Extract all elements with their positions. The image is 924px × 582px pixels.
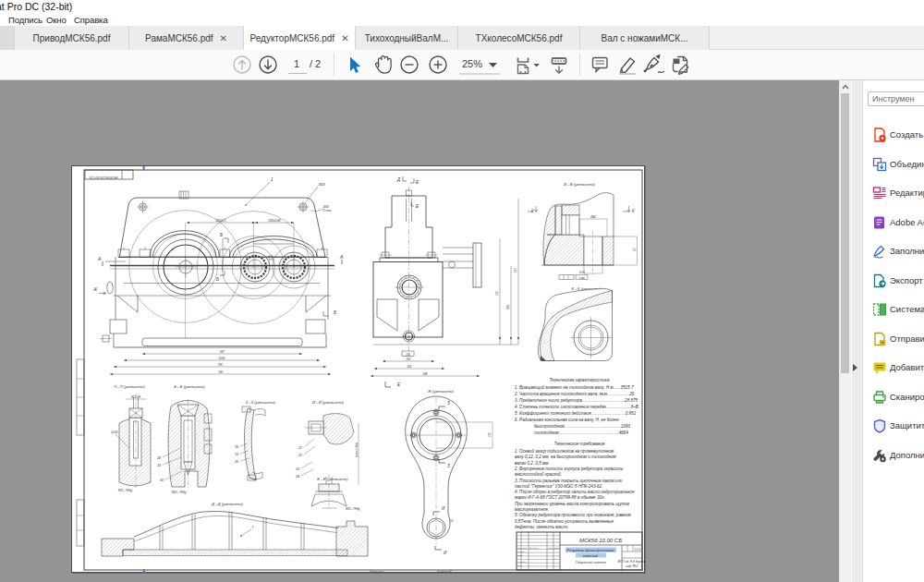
- svg-text:4. Степень точности изготовлен: 4. Степень точности изготовления передач…: [515, 405, 638, 409]
- svg-text:195: 195: [406, 353, 410, 357]
- svg-text:Разраб.: Разраб.: [517, 551, 525, 552]
- svg-text:А: А: [339, 254, 344, 260]
- svg-text:тихоходном....................: тихоходном..............................…: [534, 430, 628, 435]
- svg-text:И: И: [444, 551, 447, 555]
- svg-text:6. Радиальная консольная сила: 6. Радиальная консольная сила на валу, Н…: [515, 418, 620, 422]
- svg-text:З: З: [447, 401, 450, 406]
- svg-text:Ж (увеличено): Ж (увеличено): [427, 389, 455, 394]
- svg-text:1235: 1235: [218, 357, 225, 360]
- svg-text:Формат А1: Формат А1: [437, 570, 453, 574]
- svg-text:517: 517: [514, 268, 517, 273]
- svg-text:2 отв.: 2 отв.: [322, 209, 332, 212]
- svg-text:1: 1: [271, 177, 274, 182]
- svg-text:3 - 3 (увеличено): 3 - 3 (увеличено): [246, 400, 276, 405]
- svg-text:1. Вращающий момент на тихоход: 1. Вращающий момент на тихоходном валу, …: [515, 384, 634, 390]
- svg-text:Л - Л (увеличено): Л - Л (увеличено): [113, 384, 145, 389]
- svg-text:К: К: [531, 209, 534, 213]
- svg-text:М20 - 7Н/6g: М20 - 7Н/6g: [172, 491, 187, 494]
- svg-text:18: 18: [235, 445, 238, 449]
- svg-text:Е: Е: [397, 382, 401, 387]
- svg-text:2. Частота вращения тихоходног: 2. Частота вращения тихоходного вала, ми…: [514, 392, 635, 396]
- svg-text:Лист: Лист: [521, 547, 528, 549]
- svg-text:Копировал: Копировал: [370, 570, 383, 574]
- svg-text:22: 22: [298, 454, 302, 457]
- svg-text:1. Осевой зазор подшипников на: 1. Осевой зазор подшипников на промежуто…: [515, 448, 614, 454]
- svg-text:марки И-Г-А-68 ГОСТ 20799-88 в: марки И-Г-А-68 ГОСТ 20799-88 в объеме 30…: [515, 495, 605, 500]
- svg-text:З: З: [447, 464, 450, 468]
- svg-text:20: 20: [234, 460, 238, 464]
- svg-text:Е: Е: [416, 180, 419, 185]
- svg-text:30: 30: [160, 479, 164, 482]
- svg-text:12: 12: [450, 519, 454, 523]
- svg-text:3. Плоскости разъема покрыть щ: 3. Плоскости разъема покрыть щелочным ла…: [515, 479, 623, 483]
- svg-text:29: 29: [156, 464, 161, 467]
- svg-text:валу 0,12..0,2 мм, на быстрохо: валу 0,12..0,2 мм, на быстроходном и тих…: [515, 455, 617, 459]
- svg-text:5. Коэффициент полезного дейст: 5. Коэффициент полезного действия.......…: [515, 410, 637, 416]
- svg-text:5. Обкатку редуктора произвест: 5. Обкатку редуктора произвести при номи…: [515, 513, 631, 517]
- svg-text:52: 52: [633, 248, 637, 251]
- svg-text:780: 780: [218, 370, 224, 374]
- svg-text:М12-7Н: М12-7Н: [131, 395, 141, 399]
- svg-text:Д: Д: [396, 177, 401, 182]
- svg-text:И: И: [442, 506, 445, 511]
- svg-text:Утв.: Утв.: [517, 564, 522, 566]
- svg-text:1:2.5: 1:2.5: [635, 548, 641, 552]
- svg-text:160±0.08: 160±0.08: [268, 219, 280, 223]
- svg-text:МСК56.10.00 СБ: МСК56.10.00 СБ: [89, 176, 117, 180]
- svg-text:115: 115: [488, 432, 492, 437]
- svg-text:А: А: [97, 256, 102, 261]
- svg-text:Технические требования: Технические требования: [554, 442, 605, 446]
- svg-text:316: 316: [506, 305, 510, 309]
- svg-text:Б: Б: [334, 310, 336, 315]
- svg-text:112: 112: [495, 291, 499, 296]
- svg-text:23: 23: [295, 467, 299, 471]
- svg-text:4. После сборки в редуктор зал: 4. После сборки в редуктор залить масло …: [515, 490, 635, 494]
- svg-text:Техническая характеристика: Техническая характеристика: [549, 378, 609, 382]
- svg-text:МСК56.10.00 СБ: МСК56.10.00 СБ: [579, 538, 622, 543]
- svg-text:587: 587: [220, 350, 225, 354]
- svg-text:Сборочный чертеж: Сборочный чертеж: [575, 561, 606, 564]
- svg-text:202: 202: [405, 358, 410, 361]
- svg-text:маслостойкой краской.: маслостойкой краской.: [515, 471, 562, 477]
- svg-text:28: 28: [156, 456, 161, 460]
- svg-text:1 мм: 1 мм: [578, 276, 584, 280]
- svg-text:Б - Б (увеличено): Б - Б (увеличено): [174, 384, 205, 389]
- svg-text:388: 388: [422, 372, 427, 376]
- svg-text:0,5Тном. После обкатки устрани: 0,5Тном. После обкатки устранить выявлен…: [515, 519, 614, 524]
- svg-text:№ докум.: № докум.: [529, 547, 539, 549]
- svg-text:МГТУ им. Н.Э. Баумана: МГТУ им. Н.Э. Баумана: [618, 560, 646, 564]
- svg-text:2. Внутренние полости корпуса: 2. Внутренние полости корпуса редуктора …: [514, 467, 624, 471]
- svg-text:К: К: [632, 209, 635, 213]
- svg-text:0.28: 0.28: [579, 271, 585, 274]
- svg-text:каф. РК-3: каф. РК-3: [626, 564, 638, 568]
- svg-text:Дата: Дата: [553, 547, 561, 549]
- svg-text:быстроходном..................: быстроходном............................…: [534, 424, 631, 429]
- svg-text:Н.контр.: Н.контр.: [517, 561, 527, 563]
- svg-text:Изм: Изм: [517, 547, 522, 549]
- svg-text:Ø42: Ø42: [590, 215, 596, 219]
- svg-text:21: 21: [298, 446, 302, 450]
- svg-text:Ø20: Ø20: [318, 183, 325, 187]
- svg-text:около 1-2мм: около 1-2мм: [355, 443, 359, 457]
- svg-text:При загрязнении уровень масла: При загрязнении уровень масла контролиро…: [515, 502, 630, 506]
- svg-text:маслоуказателя.: маслоуказателя.: [515, 507, 549, 512]
- svg-text:Е - Е (увеличено): Е - Е (увеличено): [317, 477, 348, 481]
- svg-text:Д - Д (увеличено): Д - Д (увеличено): [211, 502, 243, 506]
- svg-text:дефекты, сменить масло.: дефекты, сменить масло.: [515, 525, 569, 529]
- svg-text:валах 0,2..0,5 мм.: валах 0,2..0,5 мм.: [515, 461, 550, 466]
- svg-text:Подп.: Подп.: [548, 547, 553, 549]
- svg-text:19: 19: [235, 453, 238, 456]
- svg-text:250±0.1: 250±0.1: [214, 219, 226, 223]
- svg-text:24: 24: [295, 475, 299, 479]
- svg-text:И - И (увеличено): И - И (увеличено): [312, 400, 344, 405]
- svg-text:Ж: Ж: [92, 287, 98, 292]
- svg-text:В - В (увеличено): В - В (увеличено): [564, 182, 595, 187]
- svg-text:758: 758: [217, 363, 223, 367]
- svg-text:Г: Г: [252, 526, 255, 529]
- svg-text:соосный: соосный: [583, 553, 599, 558]
- svg-text:Б: Б: [220, 233, 223, 237]
- svg-text:М20 - 7Н/6g: М20 - 7Н/6g: [346, 507, 360, 511]
- svg-text:пастой "Герметик" У30-МЭС-5 НП: пастой "Герметик" У30-МЭС-5 НПК-243-62.: [515, 483, 602, 489]
- svg-text:Пров.: Пров.: [517, 554, 523, 556]
- svg-text:Б: Б: [216, 277, 219, 282]
